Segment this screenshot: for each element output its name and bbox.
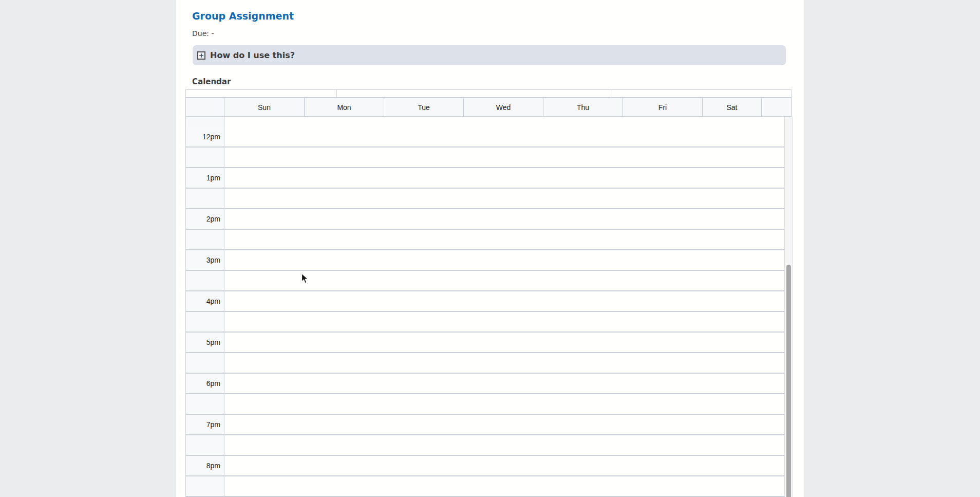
hour-row: 7pm [185,415,784,435]
hour-row: 5pm [185,333,784,353]
time-slot-cell[interactable] [224,168,784,188]
header-gutter-cell [185,98,224,117]
time-slot-cell[interactable] [224,456,784,475]
half-hour-row [185,476,784,497]
time-label [185,476,224,496]
half-hour-row [185,271,784,291]
due-date-text: Due: - [192,29,214,38]
time-grid: 12pm1pm2pm3pm4pm5pm6pm7pm8pm [185,127,784,497]
mouse-cursor-icon [301,273,309,284]
page: Group Assignment Due: - + How do I use t… [0,0,980,497]
hour-row: 2pm [185,209,784,230]
toolbar-cell [336,89,612,98]
time-slot-cell[interactable] [224,230,784,249]
time-label: 3pm [185,250,224,270]
day-header-sun: Sun [224,98,305,117]
time-slot-cell[interactable] [224,333,784,352]
header-spacer-cell [762,98,792,117]
time-label: 4pm [185,291,224,311]
hour-row: 1pm [185,168,784,189]
content-panel: Group Assignment Due: - + How do I use t… [176,0,804,497]
time-slot-cell[interactable] [224,374,784,393]
time-label [185,271,224,290]
hour-row: 3pm [185,250,784,271]
half-hour-row [185,394,784,415]
time-slot-cell[interactable] [224,250,784,270]
calendar-toolbar-row [185,89,792,98]
calendar-section-label: Calendar [192,77,231,86]
day-header-sat: Sat [703,98,762,117]
time-label [185,312,224,332]
time-slot-cell[interactable] [224,209,784,229]
help-toggle-bar[interactable]: + How do I use this? [193,45,786,65]
calendar-header-row: SunMonTueWedThuFriSat [185,98,792,117]
half-hour-row [185,148,784,168]
time-label [185,189,224,208]
calendar-scrollbar-thumb[interactable] [786,265,791,497]
time-label: 2pm [185,209,224,229]
time-label: 1pm [185,168,224,188]
all-day-gutter [185,117,224,127]
time-slot-cell[interactable] [224,415,784,434]
time-label: 8pm [185,456,224,475]
all-day-slot[interactable] [224,117,784,127]
time-label: 6pm [185,374,224,393]
half-hour-row [185,189,784,209]
half-hour-row [185,312,784,333]
time-slot-cell[interactable] [224,394,784,414]
help-toggle-label: How do I use this? [210,50,295,60]
time-label [185,230,224,249]
hour-row: 12pm [185,127,784,148]
time-slot-cell[interactable] [224,127,784,146]
time-label [185,148,224,167]
expand-plus-icon[interactable]: + [197,51,205,60]
time-slot-cell[interactable] [224,435,784,455]
time-label: 5pm [185,333,224,352]
half-hour-row [185,353,784,374]
toolbar-cell [612,89,791,98]
half-hour-row [185,230,784,250]
time-label [185,353,224,373]
hour-row: 8pm [185,456,784,476]
time-label [185,394,224,414]
time-slot-cell[interactable] [224,312,784,332]
toolbar-cell [185,89,337,98]
day-header-tue: Tue [384,98,464,117]
day-header-fri: Fri [623,98,703,117]
all-day-row [185,117,784,128]
time-label [185,435,224,455]
hour-row: 6pm [185,374,784,394]
half-hour-row [185,435,784,456]
day-header-wed: Wed [464,98,543,117]
time-slot-cell[interactable] [224,476,784,496]
page-title: Group Assignment [192,10,294,22]
day-header-mon: Mon [305,98,384,117]
time-label: 7pm [185,415,224,434]
time-slot-cell[interactable] [224,148,784,167]
time-label: 12pm [185,127,224,146]
day-header-thu: Thu [543,98,623,117]
time-slot-cell[interactable] [224,353,784,373]
time-slot-cell[interactable] [224,189,784,208]
time-slot-cell[interactable] [224,291,784,311]
hour-row: 4pm [185,291,784,312]
